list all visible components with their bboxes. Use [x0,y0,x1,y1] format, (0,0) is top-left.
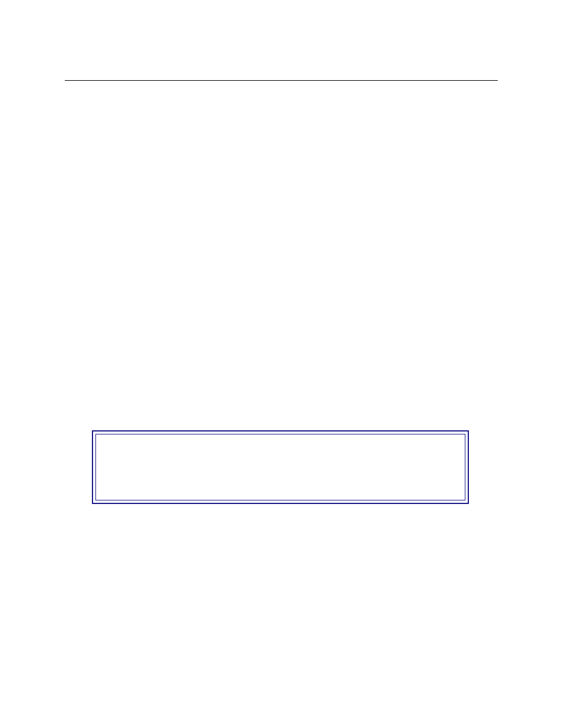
horizontal-rule [65,80,498,81]
callout-box-inner [95,434,465,500]
document-page [0,0,562,728]
callout-box [92,430,469,504]
